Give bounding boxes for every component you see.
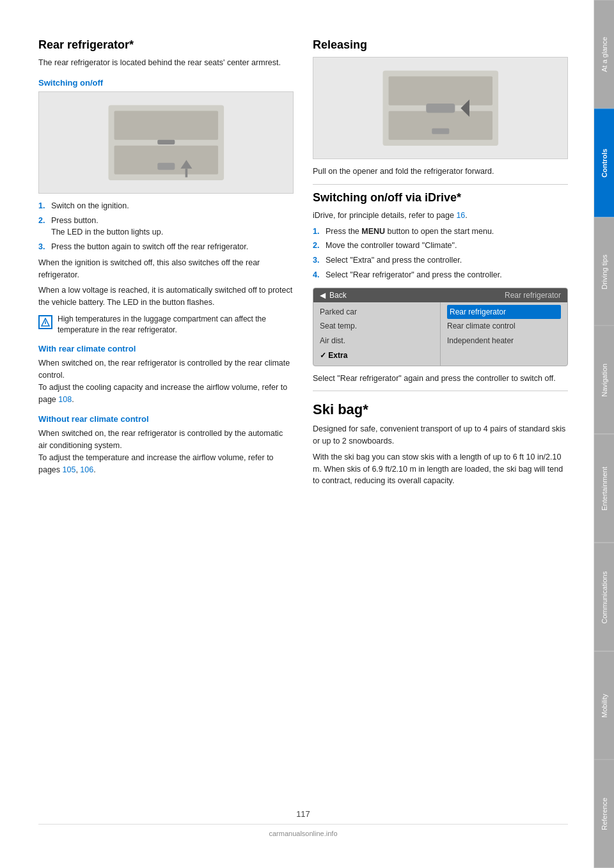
svg-rect-4 — [157, 162, 175, 169]
sidebar-tab-driving[interactable]: Driving tips — [594, 217, 614, 326]
ski-bag-title: Ski bag* — [313, 401, 568, 418]
idrive-step-1: 1. Press the MENU button to open the sta… — [313, 226, 568, 238]
menu-seat-temp: Seat temp. — [320, 319, 434, 334]
with-rear-text: When switched on, the rear refrigerator … — [38, 357, 294, 405]
back-label: Back — [329, 291, 347, 300]
footer-bar: carmanualsonline.info — [38, 824, 568, 842]
menu-rear-climate-control: Rear climate control — [447, 319, 561, 334]
switching-onoff-title: Switching on/off — [38, 78, 294, 88]
svg-rect-13 — [426, 104, 455, 112]
main-content: Rear refrigerator* The rear refrigerator… — [0, 0, 594, 868]
step-3: 3. Press the button again to switch off … — [38, 241, 294, 253]
divider — [313, 184, 568, 185]
step-2: 2. Press button.The LED in the button li… — [38, 215, 294, 239]
page-ref-106[interactable]: 106 — [80, 465, 93, 474]
right-sidebar: At a glance Controls Driving tips Naviga… — [594, 0, 614, 868]
svg-rect-15 — [432, 128, 449, 134]
sidebar-tab-at-glance-label: At a glance — [601, 37, 608, 72]
switching-via-idrive-title: Switching on/off via iDrive* — [313, 191, 568, 205]
page-number: 117 — [296, 809, 310, 819]
page-ref-16[interactable]: 16 — [456, 211, 465, 220]
back-arrow-icon: ◀ — [320, 291, 326, 300]
note-icon — [38, 315, 52, 329]
sidebar-tab-controls[interactable]: Controls — [594, 109, 614, 217]
auto-off-text: When the ignition is switched off, this … — [38, 257, 294, 281]
intro-text: The rear refrigerator is located behind … — [38, 57, 294, 69]
idrive-steps-list: 1. Press the MENU button to open the sta… — [313, 226, 568, 281]
sidebar-tab-communications[interactable]: Communications — [594, 543, 614, 651]
rear-refrigerator-title: Rear refrigerator* — [38, 38, 294, 52]
menu-right-col: Rear refrigerator Rear climate control I… — [441, 302, 567, 366]
page-ref-105[interactable]: 105 — [63, 465, 76, 474]
sidebar-tab-navigation[interactable]: Navigation — [594, 325, 614, 434]
sidebar-tab-reference[interactable]: Reference — [594, 759, 614, 868]
ski-bag-text1: Designed for safe, convenient transport … — [313, 423, 568, 447]
menu-extra: Extra — [320, 348, 434, 363]
low-voltage-text: When a low voltage is reached, it is aut… — [38, 284, 294, 309]
svg-rect-6 — [185, 168, 187, 177]
page-container: Rear refrigerator* The rear refrigerator… — [0, 0, 614, 868]
left-column: Rear refrigerator* The rear refrigerator… — [38, 38, 294, 799]
page-ref-108[interactable]: 108 — [58, 395, 72, 404]
svg-rect-2 — [114, 145, 218, 174]
sidebar-tab-mobility[interactable]: Mobility — [594, 651, 614, 760]
menu-independent-heater: Independent heater — [447, 334, 561, 348]
menu-parked-car: Parked car — [320, 305, 434, 320]
without-rear-climate-title: Without rear climate control — [38, 414, 294, 424]
without-rear-text: When switched on, the rear refrigerator … — [38, 428, 294, 476]
releasing-image — [313, 57, 568, 159]
idrive-menu-box: ◀ Back Rear refrigerator Parked car Seat… — [313, 288, 568, 366]
sidebar-tab-communications-label: Communications — [601, 571, 608, 623]
sidebar-tab-navigation-label: Navigation — [601, 364, 608, 397]
svg-rect-11 — [388, 76, 492, 105]
two-column-layout: Rear refrigerator* The rear refrigerator… — [38, 38, 568, 799]
idrive-step-3: 3. Select "Extra" and press the controll… — [313, 254, 568, 267]
menu-columns: Parked car Seat temp. Air dist. Extra Re… — [313, 302, 567, 366]
sidebar-tab-at-glance[interactable]: At a glance — [594, 0, 614, 109]
ski-divider — [313, 391, 568, 391]
menu-right-header: Rear refrigerator — [505, 291, 561, 300]
releasing-title: Releasing — [313, 38, 568, 52]
page-number-bar: 117 — [38, 799, 568, 824]
after-menu-text: Select "Rear refrigerator" again and pre… — [313, 373, 568, 385]
switching-image — [38, 91, 294, 194]
ski-bag-text2: With the ski bag you can stow skis with … — [313, 451, 568, 487]
idrive-step-2: 2. Move the controller toward "Climate". — [313, 240, 568, 252]
steps-list: 1. Switch on the ignition. 2. Press butt… — [38, 200, 294, 253]
with-rear-climate-title: With rear climate control — [38, 344, 294, 353]
menu-left-col: Parked car Seat temp. Air dist. Extra — [313, 302, 441, 366]
idrive-step-4: 4. Select "Rear refrigerator" and press … — [313, 269, 568, 281]
sidebar-tab-controls-label: Controls — [601, 149, 608, 178]
right-column: Releasing P — [313, 38, 568, 799]
note-text: High temperatures in the luggage compart… — [58, 314, 294, 336]
menu-rear-refrigerator: Rear refrigerator — [447, 305, 561, 320]
sidebar-tab-entertainment-label: Entertainment — [601, 467, 608, 510]
sidebar-tab-mobility-label: Mobility — [601, 694, 608, 717]
idrive-intro: iDrive, for principle details, refer to … — [313, 210, 568, 222]
sidebar-tab-driving-label: Driving tips — [601, 254, 608, 289]
svg-rect-1 — [114, 111, 218, 139]
svg-rect-3 — [157, 139, 175, 144]
sidebar-tab-entertainment[interactable]: Entertainment — [594, 434, 614, 543]
menu-air-dist: Air dist. — [320, 334, 434, 348]
footer-brand: carmanualsonline.info — [269, 830, 337, 837]
step-1: 1. Switch on the ignition. — [38, 200, 294, 212]
sidebar-tab-reference-label: Reference — [601, 798, 608, 830]
menu-header: ◀ Back Rear refrigerator — [313, 288, 567, 302]
svg-point-9 — [45, 320, 45, 321]
svg-rect-12 — [388, 111, 492, 140]
note-box: High temperatures in the luggage compart… — [38, 314, 294, 336]
releasing-text: Pull on the opener and fold the refriger… — [313, 166, 568, 178]
